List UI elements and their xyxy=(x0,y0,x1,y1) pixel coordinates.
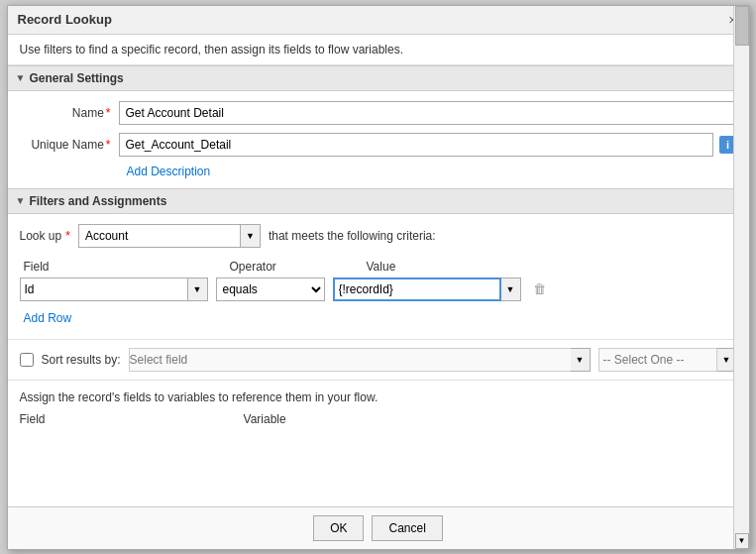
unique-name-row: Unique Name* i xyxy=(20,133,737,157)
dialog-footer: OK Cancel xyxy=(8,506,749,549)
select-one-wrapper: ▼ xyxy=(598,348,737,372)
filters-triangle: ▼ xyxy=(16,195,26,206)
general-settings-label: General Settings xyxy=(29,71,123,85)
filters-label: Filters and Assignments xyxy=(29,194,166,208)
assign-field-header: Field xyxy=(20,412,46,426)
assign-section: Assign the record's fields to variables … xyxy=(8,380,749,436)
unique-name-input[interactable] xyxy=(119,133,713,157)
operator-select[interactable]: equals xyxy=(216,277,325,301)
filters-table-area: Field Operator Value ▼ equals xyxy=(8,260,749,335)
cancel-button[interactable]: Cancel xyxy=(372,515,442,541)
lookup-select-wrapper: ▼ xyxy=(78,224,261,248)
dialog-body: ▼ General Settings Name* Unique Name* i … xyxy=(8,65,749,506)
dialog-title: Record Lookup xyxy=(18,12,112,27)
add-description-link[interactable]: Add Description xyxy=(127,165,211,178)
operator-select-wrapper: equals xyxy=(216,277,325,301)
filter-table-headers: Field Operator Value xyxy=(20,260,737,274)
lookup-row: Look up* ▼ that meets the following crit… xyxy=(8,224,749,248)
sort-field-dropdown-arrow: ▼ xyxy=(576,355,585,365)
general-settings-header: ▼ General Settings xyxy=(8,65,749,91)
select-one-dropdown-arrow: ▼ xyxy=(722,355,731,365)
sort-checkbox[interactable] xyxy=(20,353,34,367)
sort-field-select-wrapper: ▼ xyxy=(129,348,591,372)
assign-description: Assign the record's fields to variables … xyxy=(20,390,737,404)
criteria-text: that meets the following criteria: xyxy=(269,229,436,243)
record-lookup-dialog: Record Lookup × Use filters to find a sp… xyxy=(7,5,750,550)
value-header: Value xyxy=(367,260,565,274)
field-select-wrapper: ▼ xyxy=(20,277,208,301)
field-header: Field xyxy=(24,260,222,274)
sort-row: Sort results by: ▼ ▼ xyxy=(8,339,749,380)
value-dropdown-arrow: ▼ xyxy=(506,284,515,294)
name-label: Name* xyxy=(20,106,119,120)
assign-variable-header: Variable xyxy=(244,412,286,426)
operator-header: Operator xyxy=(230,260,359,274)
name-row: Name* xyxy=(20,101,737,125)
delete-row-icon[interactable]: 🗑 xyxy=(533,281,546,296)
sort-label: Sort results by: xyxy=(42,353,121,367)
scrollbar: ▲ ▼ xyxy=(733,6,749,549)
unique-name-label: Unique Name* xyxy=(20,138,119,152)
value-input[interactable] xyxy=(333,277,501,301)
lookup-label: Look up* xyxy=(20,229,70,243)
lookup-value-input[interactable] xyxy=(78,224,241,248)
value-input-wrapper: ▼ xyxy=(333,277,521,301)
filters-header: ▼ Filters and Assignments xyxy=(8,188,749,214)
dialog-title-bar: Record Lookup × xyxy=(8,6,749,35)
dialog-description: Use filters to find a specific record, t… xyxy=(8,35,749,65)
field-dropdown-button[interactable]: ▼ xyxy=(188,277,208,301)
sort-field-input[interactable] xyxy=(129,348,571,372)
select-one-input[interactable] xyxy=(598,348,717,372)
scroll-down-button[interactable]: ▼ xyxy=(735,533,749,549)
field-dropdown-arrow: ▼ xyxy=(193,284,202,294)
assign-headers: Field Variable xyxy=(20,412,737,426)
filter-row: ▼ equals ▼ 🗑 xyxy=(20,277,737,301)
name-input[interactable] xyxy=(119,101,737,125)
scrollbar-thumb xyxy=(735,6,749,46)
add-row-link[interactable]: Add Row xyxy=(24,311,72,325)
value-dropdown-button[interactable]: ▼ xyxy=(501,277,521,301)
general-settings-content: Name* Unique Name* i Add Description xyxy=(8,91,749,188)
lookup-dropdown-button[interactable]: ▼ xyxy=(241,224,261,248)
sort-field-dropdown-button[interactable]: ▼ xyxy=(571,348,591,372)
ok-button[interactable]: OK xyxy=(313,515,364,541)
field-input[interactable] xyxy=(20,277,188,301)
lookup-dropdown-arrow: ▼ xyxy=(246,231,255,241)
general-settings-triangle: ▼ xyxy=(16,72,26,83)
